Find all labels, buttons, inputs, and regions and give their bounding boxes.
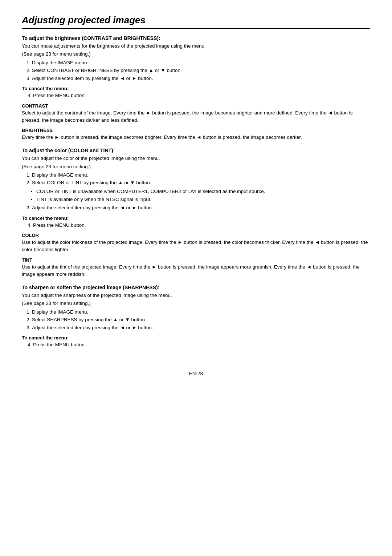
section1-cancel-label: To cancel the menu: [22, 86, 370, 91]
section1-contrast-text: Select to adjust the contrast of the ima… [22, 109, 370, 124]
section2-cancel-label: To cancel the menu: [22, 215, 370, 221]
section2-cancel-step: 4. Press the MENU button. [28, 222, 370, 229]
section2-color-label: COLOR [22, 233, 370, 238]
section2-step3-list: Adjust the selected item by pressing the… [32, 204, 370, 212]
section2-tint-label: TINT [22, 257, 370, 263]
section1-intro2: (See page 23 for menu setting.) [22, 51, 370, 58]
section2-intro1: You can adjust the color of the projecte… [22, 155, 370, 162]
section3-intro2: (See page 23 for menu setting.) [22, 300, 370, 307]
section2-steps: Display the IMAGE menu. Select COLOR or … [32, 171, 370, 187]
section3-steps: Display the IMAGE menu. Select SHARPNESS… [32, 308, 370, 332]
section1-steps: Display the IMAGE menu. Select CONTRAST … [32, 59, 370, 82]
section2-heading: To adjust the color (COLOR and TINT): [22, 148, 370, 153]
section-color: To adjust the color (COLOR and TINT): Yo… [22, 148, 370, 278]
section1-brightness-label: BRIGHTNESS [22, 128, 370, 133]
section-sharpness: To sharpen or soften the projected image… [22, 285, 370, 349]
section2-step1: Display the IMAGE menu. [32, 171, 370, 179]
section2-bullet1: COLOR or TINT is unavailable when COMPUT… [36, 188, 370, 196]
section3-cancel-step: 4. Press the MENU button. [28, 341, 370, 348]
section3-step1: Display the IMAGE menu. [32, 308, 370, 316]
page-footer: EN-28 [22, 371, 370, 376]
section-brightness: To adjust the brightness (CONTRAST and B… [22, 35, 370, 141]
section2-step3: Adjust the selected item by pressing the… [32, 204, 370, 212]
section1-step2: Select CONTRAST or BRIGHTNESS by pressin… [32, 67, 370, 74]
section2-bullet2: TINT is available only when the NTSC sig… [36, 196, 370, 204]
page-title: Adjusting projected images [22, 15, 370, 29]
section2-color-text: Use to adjust the color thickness of the… [22, 239, 370, 254]
section1-contrast-label: CONTRAST [22, 103, 370, 109]
section3-cancel-label: To cancel the menu: [22, 335, 370, 341]
section1-intro1: You can make adjustments for the brightn… [22, 43, 370, 50]
section2-intro2: (See page 23 for menu setting.) [22, 163, 370, 170]
section3-step2: Select SHARPNESS by pressing the ▲ or ▼ … [32, 316, 370, 324]
section2-bullets: COLOR or TINT is unavailable when COMPUT… [36, 188, 370, 203]
section3-step3: Adjust the selected item by pressing the… [32, 324, 370, 332]
section1-step1: Display the IMAGE menu. [32, 59, 370, 67]
section2-step2: Select COLOR or TINT by pressing the ▲ o… [32, 179, 370, 187]
section3-heading: To sharpen or soften the projected image… [22, 285, 370, 290]
section1-cancel-step: 4. Press the MENU button. [28, 92, 370, 99]
section1-step3: Adjust the selected item by pressing the… [32, 74, 370, 82]
section1-heading: To adjust the brightness (CONTRAST and B… [22, 35, 370, 41]
section3-intro1: You can adjust the sharpness of the proj… [22, 292, 370, 299]
section1-brightness-text: Every time the ► button is pressed, the … [22, 134, 370, 141]
section2-tint-text: Use to adjust the tint of the projected … [22, 263, 370, 278]
